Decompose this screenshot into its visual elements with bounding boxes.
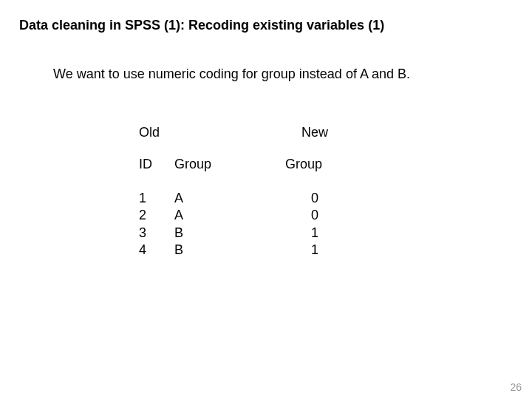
- cell-old-group: B: [174, 225, 285, 242]
- cell-new-group: 1: [285, 225, 344, 242]
- table-row: 1 A 0: [139, 190, 344, 207]
- cell-old-group: A: [174, 190, 285, 207]
- cell-id: 2: [139, 207, 174, 224]
- spacer: [174, 124, 285, 141]
- page-number: 26: [510, 381, 522, 393]
- old-group-column-header: Group: [174, 156, 285, 173]
- old-header: Old: [139, 124, 174, 141]
- cell-new-group: 0: [285, 190, 344, 207]
- new-group-column-header: Group: [285, 156, 344, 173]
- cell-id: 4: [139, 242, 174, 259]
- table-row: 3 B 1: [139, 225, 344, 242]
- cell-new-group: 0: [285, 207, 344, 224]
- page-subtitle: We want to use numeric coding for group …: [53, 66, 410, 82]
- table-row: 4 B 1: [139, 242, 344, 259]
- page-title: Data cleaning in SPSS (1): Recoding exis…: [19, 18, 384, 33]
- cell-old-group: A: [174, 207, 285, 224]
- cell-new-group: 1: [285, 242, 344, 259]
- cell-old-group: B: [174, 242, 285, 259]
- new-header: New: [285, 124, 344, 141]
- table-row: 2 A 0: [139, 207, 344, 224]
- recode-table: Old New ID Group Group 1 A 0 2 A 0 3 B 1…: [139, 124, 344, 259]
- cell-id: 3: [139, 225, 174, 242]
- table-section-header-row: Old New: [139, 124, 344, 141]
- cell-id: 1: [139, 190, 174, 207]
- table-column-header-row: ID Group Group: [139, 156, 344, 173]
- id-column-header: ID: [139, 156, 174, 173]
